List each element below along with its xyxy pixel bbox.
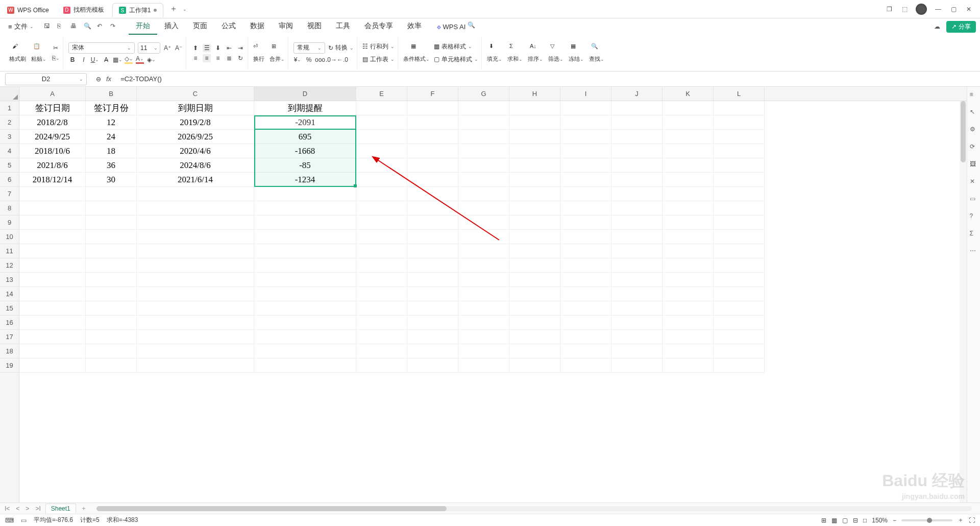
undo-icon[interactable]: ↶	[97, 22, 105, 31]
cell[interactable]	[407, 273, 458, 287]
cell[interactable]	[137, 258, 254, 273]
row-header[interactable]: 19	[0, 358, 19, 373]
cell[interactable]	[714, 173, 765, 187]
cell[interactable]	[611, 316, 663, 330]
cell[interactable]	[611, 330, 663, 344]
cell[interactable]	[714, 158, 765, 173]
cell[interactable]	[509, 287, 560, 301]
cell[interactable]	[560, 330, 611, 344]
cell[interactable]	[458, 287, 509, 301]
view-page-icon[interactable]: ▢	[842, 517, 848, 524]
tab-formula[interactable]: 公式	[214, 18, 243, 35]
preview-icon[interactable]: 🔍	[84, 22, 92, 31]
cell[interactable]: 签订月份	[86, 101, 137, 115]
cell[interactable]	[254, 244, 356, 258]
add-sheet-button[interactable]: ＋	[79, 504, 88, 513]
currency-icon[interactable]: ¥⌄	[293, 56, 302, 64]
name-box[interactable]: D2 ⌄	[5, 73, 87, 85]
cell[interactable]	[560, 244, 611, 258]
refresh-icon[interactable]: ⟳	[970, 143, 978, 151]
row-header[interactable]: 9	[0, 216, 19, 230]
cell[interactable]	[611, 344, 663, 358]
row-header[interactable]: 10	[0, 230, 19, 244]
cell[interactable]	[509, 144, 560, 158]
cell[interactable]	[509, 230, 560, 244]
strike-icon[interactable]: A̶	[102, 56, 110, 64]
horizontal-scrollbar[interactable]	[96, 506, 972, 511]
cell[interactable]	[560, 230, 611, 244]
fullscreen-icon[interactable]: ⛶	[969, 517, 975, 524]
cell[interactable]	[86, 258, 137, 273]
cell[interactable]	[356, 358, 407, 373]
cell[interactable]	[611, 258, 663, 273]
cell[interactable]: 2020/4/6	[137, 144, 254, 158]
align-left-icon[interactable]: ≡	[191, 54, 200, 62]
cell[interactable]	[356, 330, 407, 344]
cell[interactable]	[19, 216, 86, 230]
row-header[interactable]: 17	[0, 330, 19, 344]
sum-button[interactable]: Σ求和⌄	[507, 43, 523, 63]
font-size-select[interactable]: 11⌄	[138, 42, 160, 54]
cell[interactable]	[458, 130, 509, 144]
cell[interactable]	[611, 173, 663, 187]
align-top-icon[interactable]: ⬆	[191, 44, 200, 52]
cell[interactable]	[356, 173, 407, 187]
tab-member[interactable]: 会员专享	[357, 18, 400, 35]
cell[interactable]	[611, 216, 663, 230]
cell[interactable]	[407, 301, 458, 316]
row-header[interactable]: 3	[0, 130, 19, 144]
cell[interactable]: 695	[254, 130, 356, 144]
cell[interactable]	[509, 173, 560, 187]
tab-overflow-icon[interactable]: ⌄	[183, 7, 187, 12]
cell[interactable]: 签订日期	[19, 101, 86, 115]
col-header-H[interactable]: H	[509, 87, 560, 101]
read-mode-icon[interactable]: □	[863, 517, 867, 524]
cell[interactable]	[509, 216, 560, 230]
cell[interactable]: -85	[254, 158, 356, 173]
justify-icon[interactable]: ≣	[225, 54, 233, 62]
cell[interactable]	[714, 330, 765, 344]
col-header-F[interactable]: F	[407, 87, 458, 101]
view-normal-icon[interactable]: ▦	[831, 517, 837, 524]
cell[interactable]	[137, 301, 254, 316]
col-header-L[interactable]: L	[714, 87, 765, 101]
cell-style-button[interactable]: ▢单元格样式⌄	[434, 55, 478, 64]
cell[interactable]	[407, 330, 458, 344]
cond-format-button[interactable]: ▦条件格式⌄	[403, 43, 430, 63]
cell[interactable]	[19, 344, 86, 358]
cell[interactable]: 2018/10/6	[19, 144, 86, 158]
cell[interactable]	[611, 358, 663, 373]
dec-decrease-icon[interactable]: ←.0	[338, 56, 347, 64]
row-header[interactable]: 15	[0, 301, 19, 316]
underline-icon[interactable]: U⌄	[91, 56, 99, 64]
cell[interactable]	[458, 273, 509, 287]
cell[interactable]: 2021/6/14	[137, 173, 254, 187]
cell[interactable]	[458, 258, 509, 273]
cell[interactable]	[509, 130, 560, 144]
sheet-prev-icon[interactable]: <	[14, 505, 21, 512]
cell[interactable]	[560, 273, 611, 287]
cell[interactable]	[19, 301, 86, 316]
cell[interactable]	[356, 144, 407, 158]
cell[interactable]	[356, 115, 407, 130]
cell[interactable]	[86, 230, 137, 244]
tab-page[interactable]: 页面	[186, 18, 214, 35]
row-header[interactable]: 12	[0, 258, 19, 273]
cell[interactable]	[407, 201, 458, 216]
cell[interactable]	[356, 244, 407, 258]
sort-button[interactable]: A↓排序⌄	[528, 43, 543, 63]
record-icon[interactable]: ▭	[21, 517, 27, 524]
sheet-tab-active[interactable]: Sheet1	[45, 504, 76, 513]
cell[interactable]	[714, 216, 765, 230]
cell[interactable]	[458, 344, 509, 358]
select-all-corner[interactable]	[0, 87, 19, 101]
cell[interactable]	[714, 244, 765, 258]
help-icon[interactable]: ?	[970, 212, 978, 221]
tab-templates[interactable]: D 找稻壳模板	[57, 3, 110, 17]
col-header-K[interactable]: K	[663, 87, 714, 101]
cell[interactable]	[714, 258, 765, 273]
cell[interactable]	[254, 258, 356, 273]
cell[interactable]	[714, 273, 765, 287]
align-middle-icon[interactable]: ☰	[203, 44, 211, 52]
font-color-icon[interactable]: A⌄	[136, 56, 144, 64]
